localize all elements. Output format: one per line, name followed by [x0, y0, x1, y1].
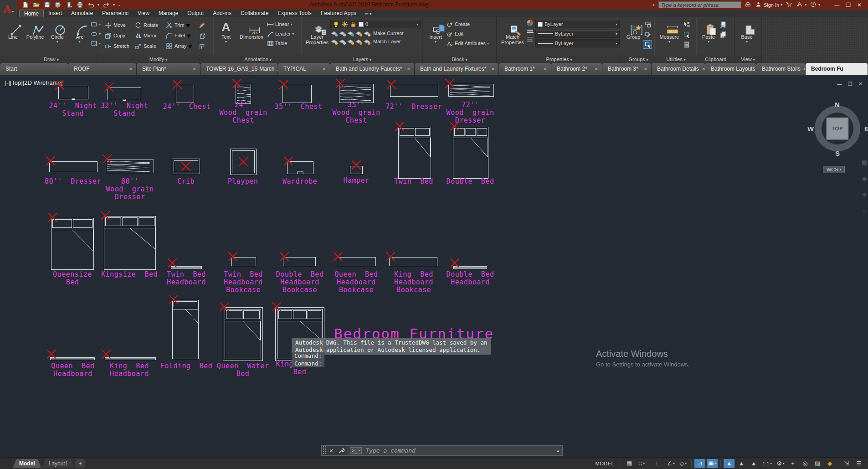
snap-mode-icon[interactable]: ∷▾: [636, 459, 647, 468]
object-snap-tracking-icon[interactable]: ⊿: [694, 459, 705, 468]
array-button[interactable]: Array▾: [166, 41, 198, 51]
drawing-close-button[interactable]: ✕: [858, 81, 863, 87]
close-icon[interactable]: ✕: [702, 67, 705, 72]
autoscale-icon[interactable]: ▲: [736, 459, 747, 468]
table-button[interactable]: Table: [267, 39, 294, 47]
match-layer-button[interactable]: Match Layer: [373, 39, 401, 44]
panel-label-utilities[interactable]: Utilities ▾: [655, 56, 697, 63]
viewcube-east[interactable]: E: [864, 125, 868, 133]
copy-clip-button[interactable]: [718, 30, 727, 39]
text-button[interactable]: AText▾: [216, 19, 236, 44]
close-icon[interactable]: ✕: [544, 67, 547, 72]
ribbon-tab-view[interactable]: View: [133, 10, 154, 17]
file-tab-tower-16-gas-15-march-12[interactable]: TOWER 16_GAS_15-March-12✕: [200, 63, 278, 75]
annotation-monitor-icon[interactable]: +: [787, 459, 798, 468]
circle-button[interactable]: Circle▾: [46, 19, 69, 44]
command-customize-icon[interactable]: [336, 446, 347, 455]
trim-button[interactable]: Trim▾: [166, 21, 198, 30]
customization-menu-icon[interactable]: ☰: [853, 459, 864, 468]
rectangle-button[interactable]: ▾: [91, 20, 101, 28]
object-snap-icon[interactable]: ▣▾: [707, 459, 718, 468]
viewcube-north[interactable]: N: [835, 101, 840, 108]
viewcube-top-face[interactable]: TOP: [827, 118, 848, 139]
file-tab-bathroom-2-[interactable]: Bathroom 2*✕: [551, 63, 602, 75]
linear-button[interactable]: Linear▾: [267, 20, 294, 28]
panel-label-properties[interactable]: Properties ▾: [497, 56, 621, 63]
command-prompt-icon[interactable]: >_▾: [350, 447, 362, 454]
viewcube-west[interactable]: W: [807, 125, 814, 133]
close-button[interactable]: ✕: [857, 2, 862, 8]
file-tab-bathroom-stalls[interactable]: Bathroom Stalls✕: [756, 63, 806, 75]
layer-combo-dropdown-icon[interactable]: ▾: [416, 22, 418, 26]
leader-button[interactable]: Leader▾: [267, 30, 294, 38]
block-king-bed-headboard-bookcase[interactable]: [389, 257, 437, 266]
arc-button[interactable]: Arc▾: [68, 19, 91, 44]
file-tab-bath-and-laundry-fixtures-[interactable]: Bath and Laundry Fixtures*✕: [415, 63, 499, 75]
panel-label-annotation[interactable]: Annotation ▾: [214, 56, 302, 63]
measure-button[interactable]: Measure▾: [657, 19, 682, 44]
layer-off-button[interactable]: [330, 30, 338, 36]
ortho-mode-icon[interactable]: ∟: [653, 459, 664, 468]
annotation-scale[interactable]: 1:1▾: [760, 459, 774, 468]
drawing-restore-button[interactable]: ❐: [848, 81, 853, 87]
ribbon-tab-parametric[interactable]: Parametric: [98, 10, 133, 17]
undo-icon[interactable]: [87, 1, 95, 9]
layer-unisolate-button[interactable]: [330, 38, 338, 45]
block-label-double-bed[interactable]: Double Bed: [431, 178, 509, 186]
block-wood-grain-dresser-72[interactable]: [448, 84, 494, 97]
file-tab-bedroom-fu[interactable]: Bedroom Fu: [806, 63, 868, 75]
file-tab-bathroom-layouts[interactable]: Bathroom Layouts✕: [705, 63, 756, 75]
new-file-icon[interactable]: [21, 1, 29, 9]
stretch-button[interactable]: Stretch: [105, 41, 134, 51]
wcs-dropdown[interactable]: WCS▾: [823, 166, 845, 173]
panel-label-view[interactable]: View ▾: [734, 56, 761, 63]
line-button[interactable]: Line: [2, 19, 24, 40]
edit-attributes-button[interactable]: Edit Attributes▾: [447, 39, 489, 47]
block-wood-grain-dresser-80[interactable]: [106, 160, 154, 173]
search-input[interactable]: [658, 1, 741, 8]
command-drag-handle[interactable]: [322, 446, 326, 455]
annotation-visibility-icon[interactable]: ▲: [724, 459, 734, 468]
ribbon-tab-annotate[interactable]: Annotate: [67, 10, 98, 17]
autodesk-app-icon[interactable]: ▾: [796, 1, 806, 8]
block-dresser-80[interactable]: [49, 161, 98, 172]
linetype-icon[interactable]: [527, 36, 534, 42]
application-menu-button[interactable]: A▾: [0, 0, 17, 18]
hatch-button[interactable]: ▾: [91, 39, 101, 47]
command-line[interactable]: ✕ >_▾ ▲: [321, 445, 563, 456]
insert-block-button[interactable]: Insert▾: [425, 19, 447, 44]
file-tab-bathroom-1-[interactable]: Bathroom 1*✕: [499, 63, 551, 75]
orbit-icon[interactable]: ⊕: [862, 191, 867, 198]
pan-icon[interactable]: ▤: [862, 159, 867, 166]
annotation-scale-flyout-icon[interactable]: ▲: [748, 459, 759, 468]
match-properties-button[interactable]: Match Properties: [498, 19, 527, 45]
save-as-icon[interactable]: [54, 1, 62, 9]
layer-isolate-button[interactable]: [339, 30, 346, 36]
lineweight-icon[interactable]: [527, 27, 534, 34]
isometric-drafting-icon[interactable]: ◇▾: [678, 459, 688, 468]
block-king-bed-headboard[interactable]: [105, 355, 156, 357]
select-window-button[interactable]: [682, 30, 691, 39]
undo-dropdown-icon[interactable]: ▾: [98, 3, 99, 7]
ribbon-tab-collaborate[interactable]: Collaborate: [236, 10, 273, 17]
ribbon-tab-output[interactable]: Output: [183, 10, 208, 17]
quick-select-button[interactable]: [682, 20, 691, 29]
block-folding-bed[interactable]: [172, 300, 199, 359]
block-double-bed[interactable]: [453, 127, 488, 179]
panel-label-modify[interactable]: Modify ▾: [103, 56, 214, 63]
block-queensize-bed[interactable]: [51, 218, 94, 270]
restore-button[interactable]: ❐: [846, 2, 851, 8]
lineweight-combo[interactable]: ByLayer▾: [535, 30, 620, 38]
move-button[interactable]: Move: [105, 21, 134, 30]
file-tab-bathroom-3-[interactable]: Bathroom 3*✕: [602, 63, 652, 75]
command-recent-icon[interactable]: ▲: [556, 448, 562, 453]
close-icon[interactable]: ✕: [407, 67, 411, 72]
group-button[interactable]: Group: [624, 19, 643, 40]
base-button[interactable]: Base▾: [736, 19, 757, 44]
block-label-double-bed-headboard[interactable]: Double Bed Headboard: [431, 271, 509, 286]
zoom-icon[interactable]: ◉: [862, 175, 867, 182]
close-icon[interactable]: ✕: [323, 67, 326, 72]
layer-select-combo[interactable]: 0 ▾: [330, 20, 421, 28]
panel-label-layers[interactable]: Layers ▾: [302, 56, 422, 63]
make-current-button[interactable]: Make Current: [373, 31, 404, 36]
